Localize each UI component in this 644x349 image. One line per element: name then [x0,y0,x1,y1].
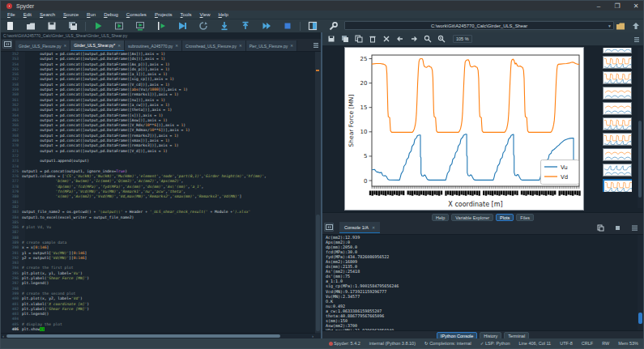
svg-text:X coordinate [m]: X coordinate [m] [448,201,502,208]
menu-view[interactable]: View [196,12,215,17]
zoom-out-icon[interactable] [424,35,432,43]
editor-tab-girder-uls-flexure-py[interactable]: Girder_ULS_Flexure.py✕ [15,40,70,51]
plot-thumbnail[interactable] [603,117,632,130]
zoom-in-icon[interactable] [437,35,446,43]
previous-plot-icon[interactable] [396,35,404,43]
save-all-icon[interactable] [67,21,78,32]
close-button[interactable]: ✕ [632,2,640,10]
editor-tab-girder-uls-shear-py-[interactable]: Girder_ULS_Shear.py*✕ [70,40,125,51]
console-scrollbar[interactable] [638,235,643,330]
editor-tab-subroutines-a245770-py[interactable]: subroutines_A245770.py✕ [125,40,182,51]
working-directory-combo[interactable]: C:\work\Git\A245770_Calc\Girder_ULS_Shea… [344,21,614,30]
editor-tab-crosshead-uls-flexure-py[interactable]: Crosshead_ULS_Flexure.py✕ [182,40,246,51]
next-plot-icon[interactable] [410,35,418,43]
plot-thumbnail[interactable] [603,179,632,192]
run-selection-icon[interactable] [156,21,166,32]
preferences-icon[interactable] [328,21,339,32]
save-icon[interactable] [46,21,57,32]
plot-figure[interactable]: 0510152025X coordinate [m]Shear Force [M… [344,47,584,211]
editor-horizontal-scrollbar[interactable]: ‹› [1,333,315,338]
console-options-icon[interactable] [631,224,638,232]
plot-thumbnail[interactable] [603,87,632,100]
stop-icon[interactable] [282,21,292,32]
tab-label: Girder_ULS_Flexure.py [19,44,62,49]
console-tabbar: Console 1/A✕ [322,221,643,235]
close-icon[interactable]: ✕ [117,44,121,48]
menu-help[interactable]: Help [215,12,232,17]
save-all-plots-icon[interactable] [341,35,349,43]
maximize-pane-icon[interactable] [307,21,318,32]
thumbnails-scrollbar[interactable] [638,48,642,208]
status-0: Spyder: 5.4.2 [329,341,360,346]
plots-options-icon[interactable] [633,36,640,43]
minimize-button[interactable]: – [595,2,603,10]
menu-tools[interactable]: Tools [177,12,196,17]
console-output[interactable]: Ac(mm2):12.939Aps(mm2):0dp(mm):2050.0fcd… [322,235,638,330]
close-icon[interactable]: ✕ [239,44,242,48]
console-copy-icon[interactable] [597,224,604,232]
tab-files[interactable]: Files [516,214,534,221]
console-stop-icon[interactable] [614,224,621,232]
run-cell-icon[interactable] [113,21,124,32]
main-content: C:\work\Git\A245770_Calc\Girder_ULS_Shea… [1,32,643,338]
plot-thumbnails[interactable] [603,48,633,208]
plot-thumbnail[interactable] [603,48,632,53]
status-1: internal (Python 3.8.10) [369,341,416,346]
debug-file-icon[interactable] [177,21,187,32]
console-browse-tabs-button[interactable] [324,223,334,232]
menu-source[interactable]: Source [59,12,83,17]
remove-all-plots-icon[interactable] [382,35,390,43]
tab-variable-explorer[interactable]: Variable Explorer [451,214,493,221]
tab-label: Girder_ULS_Shear.py* [74,43,115,48]
close-icon[interactable]: ✕ [64,44,67,48]
status-5: UTF-8 [560,341,573,346]
plot-zoom-level: 105 % [453,35,472,43]
menu-consoles[interactable]: Consoles [122,12,151,17]
editor-pane: C:\work\Git\A245770_Calc\Girder_ULS_Shea… [1,32,321,338]
close-icon[interactable]: ✕ [290,44,293,48]
svg-text:Vd: Vd [561,174,568,181]
menu-file[interactable]: File [3,12,19,17]
new-file-icon[interactable] [4,21,15,32]
copy-plot-icon[interactable] [355,35,363,43]
plot-thumbnail[interactable] [603,71,632,84]
open-file-icon[interactable] [25,21,36,32]
editor-tab-pier-uls-flexure-py[interactable]: Pier_ULS_Flexure.py✕ [246,40,297,51]
run-cell-advance-icon[interactable] [134,21,145,32]
tab-options-icon[interactable] [313,42,319,49]
code-editor[interactable]: 352 output = pd.concat([output,pd.DataFr… [1,52,315,333]
parent-directory-icon[interactable] [630,20,641,31]
tab-label: Pier_ULS_Flexure.py [249,44,288,49]
editor-vertical-scrollbar[interactable] [315,52,321,333]
close-icon[interactable]: ✕ [372,225,375,230]
plot-thumbnail[interactable] [603,164,632,177]
console-tab[interactable]: Console 1/A✕ [339,222,380,233]
step-into-icon[interactable] [219,21,229,32]
spyder-logo-icon [6,3,12,9]
step-return-icon[interactable] [240,21,250,32]
close-icon[interactable]: ✕ [175,44,178,48]
tab-help[interactable]: Help [432,214,449,221]
menu-run[interactable]: Run [83,12,100,17]
tab-label: Crosshead_ULS_Flexure.py [186,44,237,49]
tab-label: subroutines_A245770.py [128,44,173,49]
plot-thumbnail[interactable] [603,148,632,161]
plot-thumbnail[interactable] [603,102,632,115]
run-icon[interactable] [92,21,103,32]
status-6: CRLF [582,341,593,346]
rerun-cell-icon[interactable] [198,21,208,32]
maximize-button[interactable]: ❐ [613,2,621,10]
remove-plot-icon[interactable] [369,35,377,43]
svg-text:Vu: Vu [561,164,568,171]
save-plot-icon[interactable] [327,35,335,43]
browse-directory-icon[interactable] [615,20,625,31]
menu-debug[interactable]: Debug [100,12,122,17]
continue-icon[interactable] [261,21,271,32]
browse-tabs-button[interactable] [2,40,12,49]
plot-thumbnail[interactable] [603,133,632,146]
plot-thumbnail[interactable] [603,56,632,69]
menu-search[interactable]: Search [36,12,59,17]
menu-edit[interactable]: Edit [19,12,36,17]
tab-plots[interactable]: Plots [496,214,514,221]
menu-projects[interactable]: Projects [151,12,177,17]
